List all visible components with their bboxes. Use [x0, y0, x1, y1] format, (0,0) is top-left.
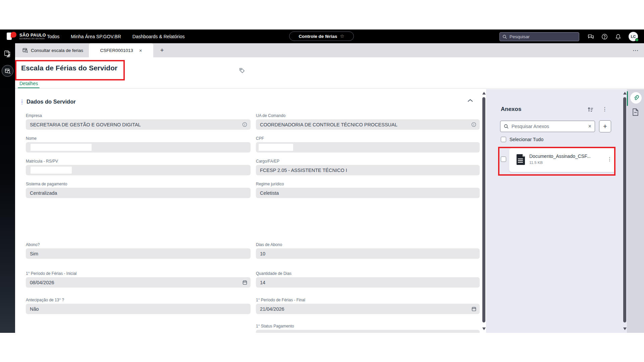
field-quantidade-dias-input[interactable]: 14 — [256, 277, 480, 288]
info-icon[interactable] — [471, 122, 476, 127]
field-ua-de-comando: UA de Comando COORDENADORIA DE CONTROLE … — [256, 113, 480, 130]
field-empresa: Empresa SECRETARIA DE GESTÃO E GOVERNO D… — [26, 113, 251, 130]
info-icon[interactable] — [242, 122, 247, 127]
edit-documents-icon[interactable] — [3, 50, 12, 58]
notifications-bell-icon[interactable] — [614, 33, 622, 41]
field-label: Cargo/FA/EP — [256, 159, 480, 164]
add-attachment-button[interactable]: + — [599, 120, 611, 132]
field-antecipacao-13-input[interactable]: Não — [26, 304, 251, 314]
document-file-icon — [517, 154, 526, 165]
help-icon[interactable] — [600, 33, 608, 41]
attachments-menu-kebab-icon[interactable]: ⋮ — [602, 106, 607, 112]
attachments-panel: Anexos ⋮ × + Selecionar Tudo Documento_A… — [486, 89, 623, 333]
collapse-section-chevron-icon[interactable] — [467, 99, 473, 103]
attachments-title: Anexos — [501, 106, 521, 113]
clear-search-icon[interactable]: × — [588, 123, 591, 129]
top-header-bar: SÃO PAULO GOVERNO DO ESTADO Todos Minha … — [0, 29, 644, 43]
attachments-search-input[interactable] — [512, 124, 586, 129]
nav-item-dashboards[interactable]: Dashboards & Relatórios — [132, 34, 185, 39]
field-status-pagamento-input[interactable] — [256, 330, 480, 333]
attachment-row-checkbox[interactable] — [501, 157, 506, 162]
context-pill-controle-de-ferias[interactable]: Controle de férias ☆ — [289, 32, 354, 41]
record-search-circle-icon[interactable] — [2, 65, 13, 77]
field-nome: Nome — [26, 136, 251, 153]
attachments-scrollbar[interactable] — [623, 89, 627, 333]
chat-icon[interactable] — [587, 33, 595, 41]
sao-paulo-logo[interactable]: SÃO PAULO GOVERNO DO ESTADO — [7, 32, 46, 41]
field-cpf: CPF — [256, 136, 480, 153]
app-window: SÃO PAULO GOVERNO DO ESTADO Todos Minha … — [0, 29, 644, 333]
favorite-star-icon[interactable]: ☆ — [340, 33, 344, 39]
select-all-label: Selecionar Tudo — [509, 137, 543, 142]
field-periodo-final: 1° Período de Férias - Final 21/04/2026 — [256, 298, 480, 314]
record-header: Escala de Férias do Servidor Detalhes — [15, 57, 644, 89]
new-tab-button[interactable]: + — [158, 46, 166, 55]
presence-status-dot — [635, 38, 639, 42]
attachment-card[interactable]: Documento_Assinado_CSF... 11.5 KB ⋮ — [509, 148, 616, 172]
section-title: Dados do Servidor — [26, 99, 76, 105]
sao-paulo-logo-icon — [7, 32, 17, 41]
field-sistema-pagamento-input[interactable]: Centralizada — [26, 188, 251, 198]
field-label: Matrícula - RS/PV — [26, 159, 251, 164]
close-tab-icon[interactable]: × — [139, 48, 142, 53]
scroll-down-arrow[interactable] — [482, 327, 486, 330]
field-label: Dias de Abono — [256, 242, 480, 247]
field-dias-abono-input[interactable]: 10 — [256, 248, 480, 259]
sort-icon[interactable] — [587, 107, 594, 113]
select-all-checkbox[interactable] — [501, 137, 506, 142]
attachments-search[interactable]: × — [500, 121, 595, 132]
field-cargo-input[interactable]: FCESP 2.05 - ASSISTENTE TÉCNICO I — [256, 165, 480, 175]
field-label: Regime jurídico — [256, 182, 480, 186]
nav-item-minha-area[interactable]: Minha Área SP.GOV.BR — [71, 34, 121, 39]
nav-item-todos[interactable]: Todos — [47, 34, 59, 39]
user-avatar[interactable]: LC — [629, 32, 638, 41]
list-search-icon — [22, 48, 28, 53]
page-title: Escala de Férias do Servidor — [21, 64, 117, 72]
global-search-input[interactable] — [509, 34, 570, 39]
field-label: CPF — [256, 136, 480, 141]
main-scrollbar[interactable] — [482, 89, 486, 333]
field-periodo-final-input[interactable]: 21/04/2026 — [256, 304, 480, 314]
document-panel-icon[interactable] — [632, 108, 639, 116]
tab-overflow-menu[interactable]: ⋯ — [631, 46, 640, 55]
logo-brand-text: SÃO PAULO — [19, 33, 46, 37]
field-ua-de-comando-input[interactable]: COORDENADORIA DE CONTROLE TÉCNICO PROCES… — [256, 119, 480, 130]
field-label: 1° Período de Férias - Inicial — [26, 271, 251, 276]
field-label: Abono? — [26, 242, 251, 247]
section-drag-handle[interactable]: ⋮⋮ — [20, 100, 22, 104]
calendar-icon[interactable] — [472, 306, 476, 311]
tag-icon[interactable] — [239, 68, 245, 73]
left-rail — [0, 43, 15, 333]
field-label: 1° Período de Férias - Final — [256, 298, 480, 302]
scrollbar-thumb[interactable] — [623, 97, 626, 322]
field-cpf-input[interactable] — [256, 142, 480, 153]
attachments-paperclip-icon[interactable] — [630, 92, 642, 104]
field-periodo-inicial-input[interactable]: 08/04/2026 — [26, 277, 251, 288]
field-regime-juridico-input[interactable]: Celetista — [256, 188, 480, 198]
field-abono-input[interactable]: Sim — [26, 248, 251, 259]
field-label: Sistema de pagamento — [26, 182, 251, 186]
redaction-block — [31, 144, 92, 151]
global-search[interactable] — [499, 32, 579, 41]
field-label: UA de Comando — [256, 113, 480, 118]
field-status-pagamento: 1° Status Pagamento — [256, 324, 480, 333]
tab-csfer0001013[interactable]: CSFER0001013 × — [89, 43, 153, 57]
field-dias-abono: Dias de Abono 10 — [256, 242, 480, 259]
field-antecipacao-13: Antecipação de 13° ? Não — [26, 298, 251, 314]
tab-detalhes[interactable]: Detalhes — [19, 81, 38, 86]
logo-sub-text: GOVERNO DO ESTADO — [19, 38, 46, 40]
tab-label: CSFER0001013 — [100, 48, 133, 53]
scrollbar-thumb[interactable] — [482, 97, 485, 322]
divider — [15, 88, 644, 88]
field-quantidade-dias: Quantidade de Dias 14 — [256, 271, 480, 288]
field-nome-input[interactable] — [26, 142, 251, 153]
calendar-icon[interactable] — [243, 280, 247, 285]
field-label: Nome — [26, 136, 251, 141]
field-empresa-input[interactable]: SECRETARIA DE GESTÃO E GOVERNO DIGITAL — [26, 119, 251, 130]
attachment-menu-kebab-icon[interactable]: ⋮ — [607, 156, 612, 162]
scroll-up-arrow[interactable] — [623, 92, 627, 95]
field-matricula-input[interactable] — [26, 165, 251, 175]
scroll-down-arrow[interactable] — [623, 327, 627, 330]
scroll-up-arrow[interactable] — [482, 92, 486, 95]
tab-consultar-escala[interactable]: Consultar escala de ferias — [18, 43, 88, 57]
